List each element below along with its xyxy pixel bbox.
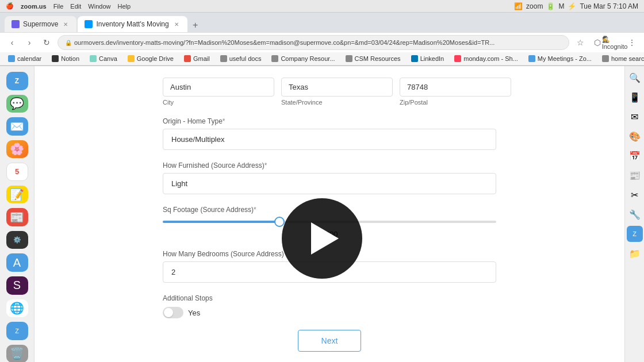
sidebar-appstore-icon[interactable]: 🎨: [627, 128, 643, 144]
bookmark-gdrive[interactable]: Google Drive: [124, 54, 177, 63]
bookmark-monday[interactable]: monday.com - Sh...: [451, 54, 522, 63]
sidebar-zoom-icon[interactable]: Z: [627, 226, 643, 242]
tab-inventory-close[interactable]: ✕: [172, 20, 181, 28]
zip-label: Zip/Postal: [400, 99, 511, 106]
origin-home-type-input[interactable]: [163, 129, 496, 150]
sidebar-mail-icon[interactable]: ✉: [627, 109, 643, 125]
zoom-status-icon: zoom: [526, 2, 543, 10]
bookmark-star[interactable]: ☆: [574, 36, 586, 49]
zip-input[interactable]: [400, 78, 511, 97]
bookmarks-bar: calendar Notion Canva Google Drive Gmail…: [0, 52, 644, 66]
dock-scripts[interactable]: ⚙️: [6, 231, 28, 249]
refresh-button[interactable]: ↻: [40, 36, 53, 49]
csm-favicon: [346, 55, 352, 62]
sidebar-tools-icon[interactable]: 🔧: [627, 206, 643, 222]
gdrive-favicon: [128, 55, 135, 62]
useful-favicon: [220, 55, 227, 62]
canva-favicon: [90, 55, 97, 62]
menu-file[interactable]: File: [53, 3, 64, 10]
additional-stops-toggle[interactable]: [163, 307, 183, 318]
sidebar-search-icon[interactable]: 🔍: [627, 70, 643, 86]
bookmark-notion[interactable]: Notion: [48, 54, 83, 63]
address-bar-row: ‹ › ↻ 🔒 ourmovers.dev/inventory-matts-mo…: [0, 32, 644, 52]
origin-home-type-section: Origin - Home Type*: [163, 117, 496, 150]
bookmark-canva[interactable]: Canva: [86, 54, 121, 63]
macos-dock: Z 💬 ✉️ 🌸 5 📝 📰 ⚙️ A S 🌐 Z 🗑️: [0, 66, 34, 362]
inventory-favicon: [85, 20, 93, 28]
main-area: Z 💬 ✉️ 🌸 5 📝 📰 ⚙️ A S 🌐 Z 🗑️ City: [0, 66, 644, 362]
bookmark-useful[interactable]: useful docs: [217, 54, 265, 63]
address-fields-row: City State/Province Zip/Postal: [163, 78, 496, 106]
slider-thumb[interactable]: [274, 217, 285, 227]
dock-appstore[interactable]: A: [6, 253, 28, 272]
dock-mail[interactable]: ✉️: [6, 117, 28, 136]
more-options[interactable]: ⋮: [626, 36, 638, 49]
dock-chrome[interactable]: 🌐: [6, 299, 28, 318]
menu-window[interactable]: Window: [88, 3, 110, 10]
menu-help[interactable]: Help: [117, 3, 131, 10]
meetings-favicon: [528, 55, 535, 62]
bookmark-calendar[interactable]: calendar: [5, 54, 45, 63]
zip-field-group: Zip/Postal: [400, 78, 511, 106]
next-button[interactable]: Next: [298, 330, 362, 352]
menu-edit[interactable]: Edit: [70, 3, 81, 10]
bookmark-gmail[interactable]: Gmail: [181, 54, 213, 63]
right-sidebar: 🔍 📱 ✉ 🎨 📅 📰 ✂ 🔧 Z 📁: [624, 66, 644, 362]
bookmark-company[interactable]: Company Resour...: [268, 54, 338, 63]
monday-favicon: [454, 55, 461, 62]
bookmark-csm[interactable]: CSM Resources: [342, 54, 404, 63]
tab-supermove[interactable]: Supermove ✕: [5, 16, 76, 32]
yes-toggle-row: Yes: [163, 307, 496, 318]
additional-stops-section: Additional Stops Yes: [163, 294, 496, 318]
sidebar-calendar-icon[interactable]: 📅: [627, 148, 643, 164]
state-label: State/Province: [281, 99, 393, 106]
clock: Tue Mar 5 7:10 AM: [580, 2, 638, 10]
dock-news[interactable]: 📰: [6, 208, 28, 226]
bookmark-home-search[interactable]: home search: [599, 54, 644, 63]
dock-zoom2[interactable]: Z: [6, 322, 28, 340]
toggle-knob: [164, 308, 173, 317]
city-input[interactable]: [163, 78, 274, 97]
origin-home-type-label: Origin - Home Type*: [163, 117, 496, 125]
video-play-overlay[interactable]: [282, 198, 362, 279]
apple-icon[interactable]: 🍎: [6, 2, 14, 10]
new-tab-button[interactable]: +: [189, 18, 202, 32]
active-app[interactable]: zoom.us: [21, 3, 47, 10]
supermove-favicon: [12, 20, 20, 28]
incognito-icon: 🕵 Incognito: [608, 36, 621, 49]
sidebar-scissors-icon[interactable]: ✂: [627, 187, 643, 203]
dock-notes[interactable]: 📝: [6, 186, 28, 204]
sidebar-news-icon[interactable]: 📰: [627, 167, 643, 183]
city-field-group: City: [163, 78, 274, 106]
tab-bar: Supermove ✕ Inventory Matt's Moving ✕ +: [0, 13, 644, 32]
linkedin-favicon: [411, 55, 418, 62]
yes-label: Yes: [188, 309, 200, 317]
gmail-favicon: [184, 55, 191, 62]
bookmark-linkedin[interactable]: LinkedIn: [408, 54, 448, 63]
how-furnished-section: How Furnished (Source Address)*: [163, 161, 496, 194]
tab-inventory[interactable]: Inventory Matt's Moving ✕: [78, 16, 187, 32]
sidebar-phone-icon[interactable]: 📱: [627, 89, 643, 105]
dock-messages[interactable]: 💬: [6, 95, 28, 113]
address-input[interactable]: 🔒 ourmovers.dev/inventory-matts-moving/?…: [57, 35, 569, 50]
browser-chrome: Supermove ✕ Inventory Matt's Moving ✕ + …: [0, 13, 644, 66]
sidebar-finder-icon[interactable]: 📁: [627, 245, 643, 261]
os-menu-bar: 🍎 zoom.us File Edit Window Help 📶 zoom 🔋…: [0, 0, 644, 13]
how-furnished-label: How Furnished (Source Address)*: [163, 161, 496, 170]
lock-icon: 🔒: [65, 40, 72, 46]
tab-inventory-label: Inventory Matt's Moving: [96, 20, 168, 28]
forward-button[interactable]: ›: [23, 36, 36, 49]
dock-calendar[interactable]: 5: [6, 163, 28, 181]
company-favicon: [271, 55, 278, 62]
home-search-favicon: [602, 55, 609, 62]
dock-photos[interactable]: 🌸: [6, 140, 28, 159]
dock-trash[interactable]: 🗑️: [6, 345, 28, 362]
dock-slack[interactable]: S: [6, 276, 28, 295]
how-furnished-input[interactable]: [163, 173, 496, 194]
tab-supermove-close[interactable]: ✕: [62, 20, 70, 28]
state-input[interactable]: [281, 78, 393, 97]
play-icon: [311, 222, 339, 255]
back-button[interactable]: ‹: [6, 36, 18, 49]
bookmark-meetings[interactable]: My Meetings - Zo...: [525, 54, 595, 63]
dock-zoom[interactable]: Z: [6, 72, 28, 90]
